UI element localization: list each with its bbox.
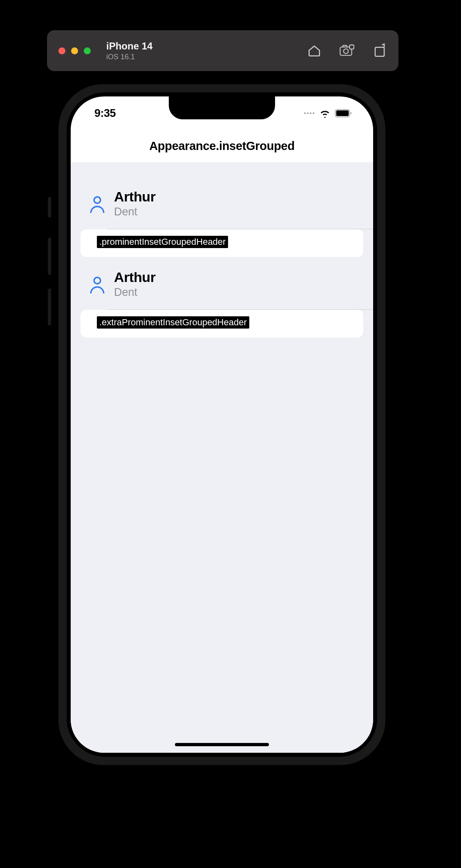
- volume-up-button[interactable]: [48, 238, 51, 275]
- rotate-icon: [373, 43, 387, 58]
- home-button[interactable]: [307, 43, 322, 58]
- notch: [169, 96, 275, 119]
- header-title: Arthur: [114, 269, 155, 285]
- list-section: Arthur Dent .prominentInsetGroupedHeader: [71, 183, 373, 257]
- svg-point-7: [94, 277, 101, 284]
- screen: 9:35 Appearance.inset: [71, 96, 373, 753]
- header-subtitle: Dent: [114, 206, 155, 218]
- header-title: Arthur: [114, 189, 155, 205]
- simulator-os-version: iOS 16.1: [106, 53, 307, 61]
- window-controls: [58, 47, 91, 54]
- rotate-button[interactable]: [372, 43, 387, 58]
- simulator-toolbar: iPhone 14 iOS 16.1: [47, 30, 398, 71]
- device-inner: 9:35 Appearance.inset: [67, 92, 377, 757]
- screenshot-button[interactable]: [340, 43, 354, 58]
- battery-icon: [335, 109, 353, 117]
- volume-down-button[interactable]: [48, 289, 51, 325]
- person-icon: [89, 195, 106, 212]
- svg-rect-3: [375, 47, 384, 56]
- wifi-icon: [319, 109, 331, 118]
- close-window-button[interactable]: [58, 47, 65, 54]
- mute-switch[interactable]: [48, 197, 51, 217]
- section-header: Arthur Dent: [71, 264, 373, 304]
- svg-rect-5: [336, 110, 349, 116]
- cellular-indicator: [304, 112, 314, 114]
- page-title: Appearance.insetGrouped: [149, 139, 295, 153]
- list-cell[interactable]: .extraProminentInsetGroupedHeader: [81, 310, 363, 338]
- simulator-actions: [307, 43, 387, 58]
- list-section: Arthur Dent .extraProminentInsetGroupedH…: [71, 264, 373, 338]
- svg-point-1: [344, 49, 349, 54]
- maximize-window-button[interactable]: [84, 47, 91, 54]
- screenshot-icon: [340, 44, 354, 57]
- annotation-label: .prominentInsetGroupedHeader: [97, 236, 228, 248]
- section-header: Arthur Dent: [71, 183, 373, 224]
- navigation-bar: Appearance.insetGrouped: [71, 130, 373, 163]
- list-cell[interactable]: .prominentInsetGroupedHeader: [81, 229, 363, 257]
- header-subtitle: Dent: [114, 286, 155, 299]
- simulator-device-name: iPhone 14: [106, 40, 307, 52]
- simulator-title-block: iPhone 14 iOS 16.1: [106, 40, 307, 61]
- svg-point-6: [94, 197, 101, 204]
- minimize-window-button[interactable]: [71, 47, 78, 54]
- svg-rect-2: [349, 45, 354, 49]
- device-frame: 9:35 Appearance.inset: [58, 84, 385, 765]
- person-icon: [89, 275, 106, 293]
- scroll-content[interactable]: Arthur Dent .prominentInsetGroupedHeader: [71, 163, 373, 753]
- home-icon: [307, 44, 321, 58]
- annotation-label: .extraProminentInsetGroupedHeader: [97, 316, 249, 329]
- status-time: 9:35: [94, 107, 116, 120]
- status-right: [304, 109, 353, 118]
- home-indicator[interactable]: [175, 743, 269, 746]
